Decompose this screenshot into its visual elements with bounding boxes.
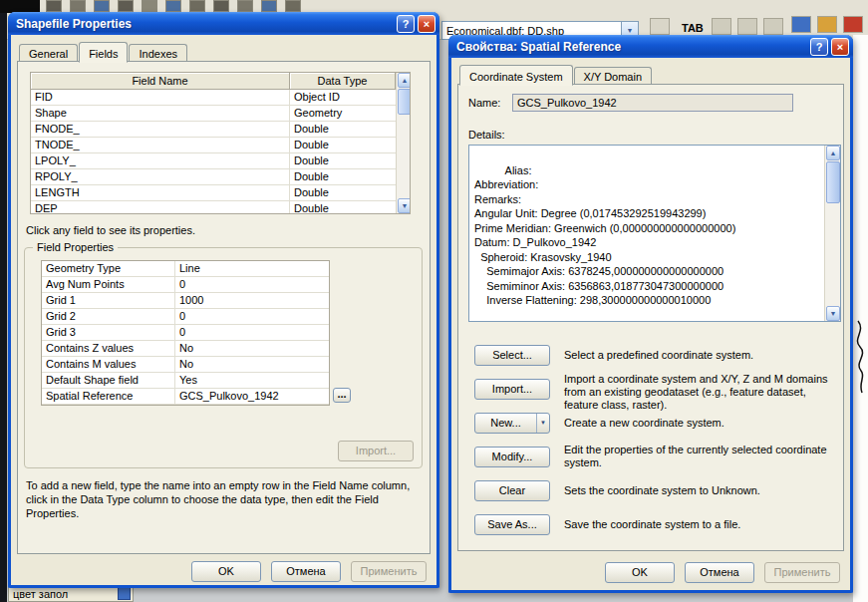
scroll-down-icon[interactable]: ▼ <box>398 198 411 213</box>
toolbar-icon[interactable] <box>189 0 205 12</box>
table-row[interactable]: DEPDouble <box>31 201 396 214</box>
close-icon[interactable]: × <box>831 38 849 56</box>
coordinate-system-tabpanel: Name: GCS_Pulkovo_1942 Details: Alias: A… <box>457 84 844 551</box>
app-screen: Economical.dbf; DD.shp ▼ TAB цвет запол … <box>0 0 868 602</box>
add-field-instructions: To add a new field, type the name into a… <box>26 478 422 520</box>
fields-tabpanel: Field Name Data Type FIDObject ID ShapeG… <box>17 61 431 554</box>
column-header-data-type[interactable]: Data Type <box>290 73 396 90</box>
close-icon[interactable]: × <box>418 15 435 33</box>
fields-table: Field Name Data Type FIDObject ID ShapeG… <box>30 72 411 214</box>
shapefile-dialog-buttons: OK Отмена Применить <box>191 561 427 582</box>
shapefile-dialog-title: Shapefile Properties <box>16 17 394 31</box>
toolbar-icon[interactable] <box>285 0 301 12</box>
modify-button[interactable]: Modify... <box>474 447 550 467</box>
scrollbar-thumb[interactable] <box>398 89 411 115</box>
apply-button[interactable]: Применить <box>351 561 427 582</box>
details-scrollbar[interactable]: ▲ ▼ <box>824 146 840 321</box>
fill-color-label: цвет запол <box>13 588 68 600</box>
toolbar-icon[interactable] <box>843 16 863 33</box>
cancel-button[interactable]: Отмена <box>685 562 754 583</box>
import-field-button[interactable]: Import... <box>338 441 414 461</box>
details-text: Alias: Abbreviation: Remarks: Angular Un… <box>474 164 735 307</box>
import-button[interactable]: Import... <box>474 379 550 400</box>
table-row[interactable]: RPOLY_Double <box>31 169 396 185</box>
toolbar-icon[interactable] <box>237 0 253 12</box>
scroll-up-icon[interactable]: ▲ <box>826 146 840 160</box>
column-header-field-name[interactable]: Field Name <box>31 73 290 90</box>
left-panel-edge <box>0 13 7 602</box>
fields-table-scrollbar[interactable]: ▲ ▼ <box>396 73 411 213</box>
property-row[interactable]: Contains M valuesNo <box>42 357 329 373</box>
ok-button[interactable]: OK <box>191 561 261 582</box>
clear-button[interactable]: Clear <box>474 480 550 501</box>
toolbar-icon[interactable] <box>94 0 110 12</box>
details-box[interactable]: Alias: Abbreviation: Remarks: Angular Un… <box>468 145 841 322</box>
spatial-dialog-title: Свойства: Spatial Reference <box>456 40 807 54</box>
table-row[interactable]: TNODE_Double <box>31 138 396 153</box>
field-properties-table: Geometry TypeLine Avg Num Points0 Grid 1… <box>41 260 330 406</box>
shapefile-dialog-titlebar[interactable]: Shapefile Properties ? × <box>8 12 439 35</box>
toolbar-icon[interactable] <box>712 18 731 35</box>
property-row[interactable]: Avg Num Points0 <box>42 277 329 293</box>
table-row[interactable]: LPOLY_Double <box>31 153 396 169</box>
table-row[interactable]: ShapeGeometry <box>31 106 396 122</box>
property-row[interactable]: Grid 30 <box>42 325 329 341</box>
scroll-down-icon[interactable]: ▼ <box>826 306 840 321</box>
clear-description: Sets the coordinate system to Unknown. <box>564 484 835 497</box>
tab-fields[interactable]: Fields <box>79 42 128 63</box>
name-label: Name: <box>468 97 500 109</box>
tab-toolbar-label: TAB <box>682 22 704 34</box>
name-field: GCS_Pulkovo_1942 <box>512 94 793 112</box>
toolbar-icon[interactable] <box>763 18 783 35</box>
ok-button[interactable]: OK <box>605 562 675 583</box>
new-description: Create a new coordinate system. <box>564 417 835 430</box>
toolbar-icon[interactable] <box>817 16 837 33</box>
chevron-down-icon[interactable]: ▼ <box>536 414 549 433</box>
help-icon[interactable]: ? <box>810 38 828 56</box>
select-description: Select a predefined coordinate system. <box>564 349 835 362</box>
save-as-button[interactable]: Save As... <box>474 514 550 535</box>
property-row[interactable]: Grid 20 <box>42 309 329 325</box>
details-label: Details: <box>468 129 505 141</box>
shapefile-properties-dialog: Shapefile Properties ? × General Fields … <box>8 12 439 588</box>
apply-button[interactable]: Применить <box>764 562 840 583</box>
help-icon[interactable]: ? <box>397 15 415 33</box>
modify-description: Edit the properties of the currently sel… <box>564 444 835 469</box>
spatial-reference-browse-button[interactable]: ... <box>333 388 351 403</box>
toolbar-icon[interactable] <box>70 0 86 12</box>
shapefile-tabs: General Fields Indexes <box>19 42 188 63</box>
new-button[interactable]: New... ▼ <box>474 413 550 434</box>
toolbar-icon[interactable] <box>165 0 181 12</box>
spatial-dialog-buttons: OK Отмена Применить <box>605 562 840 583</box>
property-row[interactable]: Geometry TypeLine <box>42 261 329 277</box>
toolbar-icon[interactable] <box>791 16 811 33</box>
tab-coordinate-system[interactable]: Coordinate System <box>459 65 573 86</box>
import-description: Import a coordinate system and X/Y, Z an… <box>564 373 835 412</box>
table-row[interactable]: FIDObject ID <box>31 90 396 106</box>
fields-hint: Click any field to see its properties. <box>26 224 195 236</box>
toolbar-icon[interactable] <box>261 0 277 12</box>
field-properties-group: Field Properties Geometry TypeLine Avg N… <box>24 247 423 468</box>
table-row[interactable]: LENGTHDouble <box>31 185 396 201</box>
spatial-dialog-titlebar[interactable]: Свойства: Spatial Reference ? × <box>448 35 853 58</box>
property-row[interactable]: Default Shape fieldYes <box>42 373 329 389</box>
select-button[interactable]: Select... <box>474 345 550 366</box>
toolbar-icon[interactable] <box>46 0 62 12</box>
save-as-description: Save the coordinate system to a file. <box>564 518 835 531</box>
scrollbar-thumb[interactable] <box>826 161 840 203</box>
toolbar-icon[interactable] <box>737 18 757 35</box>
property-row[interactable]: Spatial ReferenceGCS_Pulkovo_1942 <box>42 389 329 405</box>
scroll-up-icon[interactable]: ▲ <box>398 73 411 88</box>
cancel-button[interactable]: Отмена <box>271 561 341 582</box>
toolbar-icon[interactable] <box>142 0 157 12</box>
table-row[interactable]: FNODE_Double <box>31 122 396 138</box>
spatial-tabs: Coordinate System X/Y Domain <box>459 65 653 86</box>
toolbar-icon[interactable] <box>118 0 134 12</box>
color-swatch-icon[interactable] <box>118 587 131 600</box>
toolbar-icon[interactable] <box>650 18 670 35</box>
property-row[interactable]: Contains Z valuesNo <box>42 341 329 357</box>
toolbar-icon[interactable] <box>213 0 229 12</box>
property-row[interactable]: Grid 11000 <box>42 293 329 309</box>
new-button-label: New... <box>475 414 536 433</box>
spatial-reference-dialog: Свойства: Spatial Reference ? × Coordina… <box>448 35 853 593</box>
